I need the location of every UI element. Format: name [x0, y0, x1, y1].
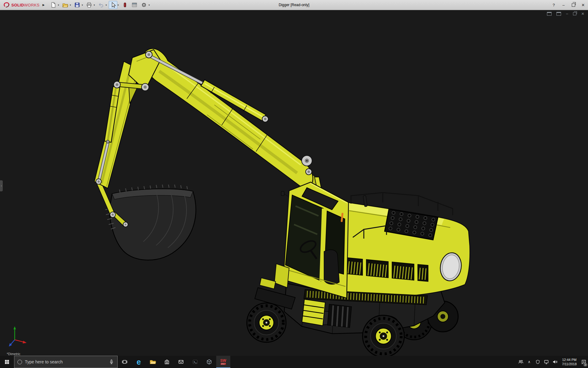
- logo-text: SOLIDWORKS: [11, 3, 40, 7]
- taskbar-app-solidworks[interactable]: SW 2017: [216, 356, 230, 368]
- boom-arm[interactable]: [117, 48, 313, 187]
- task-view-icon: [122, 359, 128, 365]
- logo-text-solid: SOLID: [11, 3, 24, 7]
- windows-logo-icon: [4, 359, 10, 365]
- undo-icon: [98, 2, 104, 8]
- solidworks-icon: SW: [220, 359, 226, 362]
- maximize-button[interactable]: [568, 0, 578, 10]
- terminal-icon: [192, 359, 198, 365]
- logo-text-works: WORKS: [24, 3, 40, 7]
- windows-taskbar: Type here to search e: [0, 356, 588, 368]
- dropdown-caret[interactable]: ▾: [118, 4, 119, 6]
- design-table-button[interactable]: [130, 1, 139, 9]
- clock-date: 7/11/2018: [562, 362, 577, 366]
- save-floppy-icon: [74, 2, 80, 8]
- security-shield-button[interactable]: [533, 356, 542, 368]
- network-button[interactable]: [542, 356, 551, 368]
- new-document-button[interactable]: [49, 1, 58, 9]
- document-window-controls: – ✕: [547, 12, 584, 16]
- panel-flyout-tab[interactable]: ‹: [0, 180, 3, 191]
- tile-window-icon[interactable]: [556, 12, 561, 16]
- print-button[interactable]: [85, 1, 93, 9]
- design-table-icon: [131, 2, 138, 8]
- select-cursor-button[interactable]: [109, 1, 117, 9]
- excavator-model[interactable]: [0, 10, 588, 356]
- taskbar-search[interactable]: Type here to search: [14, 356, 118, 368]
- menu-expand-arrow[interactable]: ▶: [43, 3, 45, 6]
- help-button[interactable]: ?: [549, 0, 559, 10]
- microphone-icon[interactable]: [109, 359, 114, 365]
- dropdown-caret[interactable]: ▾: [94, 4, 95, 6]
- taskbar-app-mail[interactable]: [174, 356, 188, 368]
- quick-access-toolbar: ▾ ▾ ▾: [49, 1, 152, 9]
- file-explorer-icon: [149, 359, 156, 365]
- people-icon: [518, 359, 523, 365]
- taskbar-app-file-explorer[interactable]: [146, 356, 160, 368]
- notification-badge: 2: [583, 363, 587, 366]
- options-button[interactable]: [140, 1, 148, 9]
- restore-icon: [572, 3, 575, 7]
- minimize-button[interactable]: –: [559, 0, 568, 10]
- speaker-icon: [552, 359, 558, 365]
- shield-icon: [535, 359, 540, 364]
- dropdown-caret[interactable]: ▾: [149, 4, 150, 6]
- dropdown-caret[interactable]: ▾: [82, 4, 83, 6]
- cube-icon: [206, 359, 212, 365]
- new-window-icon[interactable]: [547, 12, 552, 16]
- cab[interactable]: [274, 182, 349, 298]
- mail-icon: [178, 359, 184, 365]
- solidworks-logo: SOLIDWORKS: [0, 2, 41, 8]
- taskbar-app-cad-cube[interactable]: [202, 356, 216, 368]
- network-icon: [544, 359, 549, 365]
- doc-close-button[interactable]: ✕: [581, 12, 584, 16]
- document-title: Digger [Read-only]: [279, 3, 309, 7]
- wheel-front-right[interactable]: [363, 315, 404, 356]
- search-placeholder: Type here to search: [25, 359, 106, 364]
- window-controls: ? – ✕: [549, 0, 588, 10]
- taskbar-app-edge[interactable]: e: [132, 356, 146, 368]
- wheel-front-left[interactable]: [247, 303, 286, 342]
- undo-button[interactable]: [97, 1, 105, 9]
- open-folder-icon: [62, 2, 68, 8]
- rebuild-button[interactable]: [121, 1, 129, 9]
- taskbar-clock[interactable]: 12:44 PM 7/11/2018: [559, 358, 579, 366]
- dropdown-caret[interactable]: ▾: [58, 4, 59, 6]
- taskbar-app-terminal[interactable]: [188, 356, 202, 368]
- graphics-viewport[interactable]: – ✕ ‹: [0, 10, 588, 356]
- taskbar-app-task-view[interactable]: [118, 356, 132, 368]
- solidworks-version-label: 2017: [221, 363, 226, 365]
- doc-minimize-button[interactable]: –: [566, 12, 568, 16]
- new-document-icon: [50, 2, 56, 8]
- people-button[interactable]: [516, 356, 525, 368]
- view-orientation-label: *Dimetric: [7, 352, 21, 356]
- taskbar-app-store[interactable]: [160, 356, 174, 368]
- start-button[interactable]: [0, 356, 14, 368]
- clock-time: 12:44 PM: [562, 358, 577, 362]
- print-icon: [86, 2, 92, 8]
- store-icon: [164, 359, 170, 365]
- dropdown-caret[interactable]: ▾: [106, 4, 107, 6]
- edge-icon: e: [137, 358, 141, 366]
- open-button[interactable]: [61, 1, 70, 9]
- doc-restore-button[interactable]: [573, 12, 576, 15]
- options-gear-icon: [141, 2, 147, 8]
- save-button[interactable]: [73, 1, 81, 9]
- dropdown-caret[interactable]: ▾: [70, 4, 71, 6]
- action-center-button[interactable]: 2: [579, 356, 588, 368]
- hidden-icons-chevron[interactable]: ∧: [525, 356, 533, 368]
- search-icon: [17, 360, 22, 364]
- system-tray: ∧ 12:44 PM 7/11/2018: [516, 356, 588, 368]
- rebuild-icon: [122, 2, 128, 8]
- bucket[interactable]: [105, 185, 196, 260]
- orientation-triad: [7, 324, 29, 348]
- select-cursor-icon: [110, 2, 116, 8]
- title-bar: SOLIDWORKS ▶ ▾ ▾: [0, 0, 588, 10]
- ds-logo-icon: [3, 2, 10, 8]
- close-button[interactable]: ✕: [578, 0, 588, 10]
- volume-button[interactable]: [551, 356, 559, 368]
